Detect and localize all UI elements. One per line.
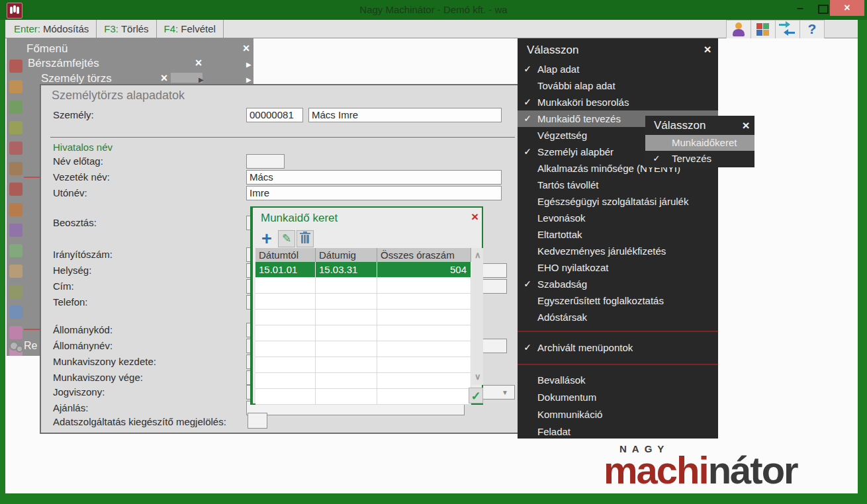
brand-logo: machinátor	[604, 451, 798, 489]
menu-tree-icon[interactable]	[9, 101, 23, 114]
menu-tree-icon[interactable]	[9, 244, 23, 257]
menu-item[interactable]: ✓ Egyszerűsített foglalkoztatás	[518, 292, 718, 309]
menu-item-label: Munkaköri besorolás	[537, 94, 629, 110]
function-action-label: Törlés	[121, 23, 149, 34]
function-key-tab[interactable]: F3:Törlés	[97, 20, 156, 38]
person-master-button[interactable]	[171, 73, 203, 83]
add-button[interactable]: +	[257, 230, 276, 247]
cell-total-hours: 504	[377, 262, 471, 277]
name-prefix-field[interactable]	[246, 154, 285, 169]
workspace-background	[7, 357, 40, 493]
menu-item[interactable]: ✓ Egészségügyi szolgáltatási járulék	[518, 193, 718, 210]
field-label-stock-code: Állománykód:	[53, 323, 113, 337]
check-icon: ✓	[518, 110, 537, 127]
menu-tree-icon[interactable]	[9, 80, 23, 93]
column-header-total-hours[interactable]: Összes óraszám	[377, 248, 471, 262]
menu-item[interactable]: ✓ Munkaköri besorolás	[518, 94, 718, 110]
menu-item[interactable]: ✓ Kedvezményes járulékfizetés	[518, 243, 718, 259]
sync-arrows-icon[interactable]	[775, 20, 799, 39]
person-master-title[interactable]: Személy törzs	[41, 72, 112, 85]
minimize-icon[interactable]: –	[792, 1, 809, 16]
person-master-expand-icon[interactable]: ▶	[199, 76, 204, 83]
help-icon[interactable]: ?	[799, 20, 825, 39]
menu-tree-icon[interactable]	[9, 224, 23, 237]
function-key-label: Enter:	[14, 23, 40, 34]
menu-item-label: EHO nyilatkozat	[537, 259, 609, 276]
system-menu-label[interactable]: Re	[24, 340, 37, 352]
field-label-position: Beosztás:	[53, 216, 97, 230]
quick-toolbar: ?	[726, 20, 825, 38]
scroll-down-icon[interactable]: ∨	[475, 372, 481, 382]
menu-item[interactable]: Bevallások	[518, 372, 718, 389]
menu-tree-icon[interactable]	[9, 203, 23, 216]
chevron-down-icon[interactable]: ▼	[502, 389, 508, 396]
menu-tree-icon[interactable]	[9, 162, 23, 175]
form-title: Személytörzs alapadatok	[52, 89, 185, 103]
menu-item-label: Tartós távollét	[537, 177, 599, 193]
menu-tree-icon[interactable]	[9, 142, 23, 155]
menu-tree-icon[interactable]	[9, 60, 23, 73]
payroll-menu-close-icon[interactable]: ×	[192, 56, 205, 70]
menu-item[interactable]: ✓ További alap adat	[518, 77, 718, 94]
menu-item-label: Egyszerűsített foglalkoztatás	[537, 292, 664, 309]
menu-item[interactable]: ✓ EHO nyilatkozat	[518, 259, 718, 276]
brand-logo-red-part: machi	[604, 448, 708, 491]
menu-item[interactable]: ✓ Szabadság	[518, 276, 718, 292]
menu-tree-icon[interactable]	[9, 183, 23, 196]
person-name-field[interactable]: Mács Imre	[308, 108, 502, 122]
main-menu-close-icon[interactable]: ×	[240, 42, 253, 56]
maximize-icon[interactable]	[818, 5, 829, 14]
brand-logo-dark-part: nátor	[708, 448, 798, 491]
menu-tree-icon[interactable]	[9, 265, 23, 278]
menu-item[interactable]: ✓ Adóstársak	[518, 309, 718, 325]
popup-close-icon[interactable]: ×	[471, 210, 479, 224]
choose-menu-close-icon[interactable]: ×	[700, 42, 715, 57]
separator	[518, 331, 718, 332]
first-name-field[interactable]: Imre	[246, 186, 502, 200]
menu-tree-icon[interactable]	[9, 326, 23, 339]
main-menu-title: Főmenü	[26, 42, 68, 56]
last-name-field[interactable]: Mács	[246, 170, 502, 185]
user-icon[interactable]	[726, 20, 751, 39]
data-supply-field[interactable]	[248, 413, 267, 429]
person-master-close-icon[interactable]: ×	[158, 71, 171, 85]
menu-item-label: Kommunikáció	[537, 406, 602, 423]
submenu-item-label: Munkaidőkeret	[665, 135, 737, 151]
function-key-tab[interactable]: F4:Felvétel	[157, 20, 224, 38]
menu-item-label: Személyi alapbér	[537, 144, 614, 160]
submenu-item[interactable]: ✓ Tervezés	[645, 151, 754, 167]
payroll-expand-icon[interactable]: ▶	[246, 61, 251, 68]
table-row[interactable]: 15.01.01 15.03.31 504	[255, 262, 471, 278]
payroll-menu-title[interactable]: Bérszámfejtés	[28, 57, 99, 70]
submenu-close-icon[interactable]: ×	[739, 118, 753, 133]
submenu-item[interactable]: ✓ Munkaidőkeret	[645, 135, 754, 151]
scroll-up-icon[interactable]: ∧	[475, 250, 481, 260]
menu-item-archived[interactable]: ✓ Archivált menüpontok	[518, 339, 718, 356]
confirm-button[interactable]: ✓	[469, 388, 483, 403]
menu-item[interactable]: Dokumentum	[518, 389, 718, 406]
column-header-from[interactable]: Dátumtól	[255, 248, 316, 262]
delete-button[interactable]	[297, 230, 314, 247]
check-icon: ✓	[518, 339, 537, 356]
menu-item[interactable]: ✓ Tartós távollét	[518, 177, 718, 193]
person-code-field[interactable]: 00000081	[246, 108, 303, 122]
menu-tree-icon[interactable]	[9, 306, 23, 319]
table-header: Dátumtól Dátumig Összes óraszám	[255, 248, 471, 262]
menu-tree-icon[interactable]	[9, 121, 23, 134]
menu-item[interactable]: ✓ Eltartottak	[518, 226, 718, 243]
popup-title: Munkaidő keret	[261, 212, 338, 225]
section-official-name: Hivatalos név	[53, 142, 113, 153]
modules-grid-icon[interactable]	[751, 20, 775, 39]
person-master-expand-icon-2[interactable]: ▶	[246, 76, 251, 83]
menu-item[interactable]: Feladat	[518, 423, 718, 441]
column-header-to[interactable]: Dátumig	[316, 248, 377, 262]
edit-button[interactable]: ✎	[278, 230, 295, 247]
close-icon[interactable]: ×	[830, 0, 864, 16]
menu-item[interactable]: ✓ Alap adat	[518, 61, 718, 77]
scrollbar[interactable]	[472, 248, 483, 385]
menu-item[interactable]: Kommunikáció	[518, 406, 718, 423]
menu-tree-icon[interactable]	[9, 285, 23, 298]
field-label-person: Személy:	[53, 108, 94, 122]
function-key-tab[interactable]: Enter:Módosítás	[7, 20, 97, 38]
menu-item[interactable]: ✓ Levonások	[518, 210, 718, 226]
